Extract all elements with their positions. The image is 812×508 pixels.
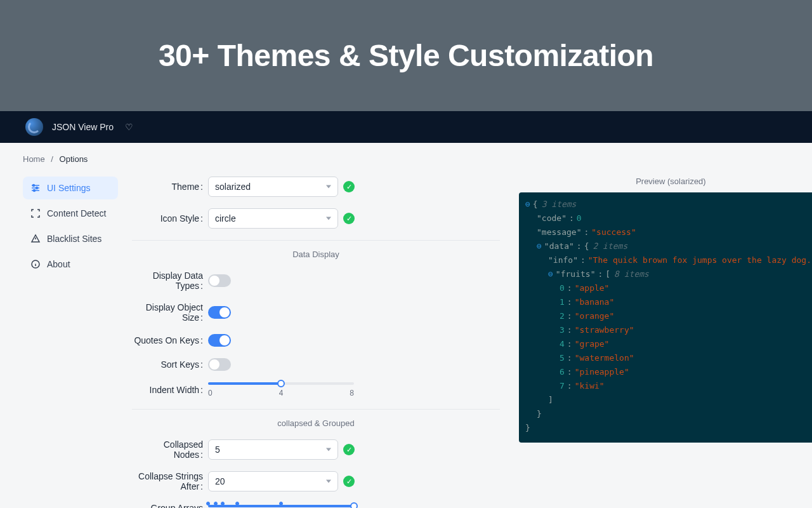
icon-style-select[interactable]: circle [208,208,338,229]
theme-select[interactable]: solarized [208,177,338,197]
check-icon: ✓ [343,181,355,192]
collapse-strings-after-label: Collapse Strings After [132,471,208,491]
sidebar-item-label: Blacklist Sites [47,234,102,244]
sidebar-item-label: Content Detect [47,208,106,218]
group-arrays-after-label: Group Arrays After [132,503,208,508]
collapse-icon[interactable]: ⊖ [525,197,530,211]
check-icon: ✓ [343,444,355,455]
collapsed-nodes-select[interactable]: 5 [208,439,338,460]
breadcrumb-separator: / [51,154,53,164]
check-icon: ✓ [343,476,355,487]
quotes-on-keys-toggle[interactable] [208,334,231,347]
page: Home / Options UI Settings Content Detec… [0,143,812,508]
collapse-icon[interactable]: ⊖ [537,239,542,253]
sidebar-item-blacklist-sites[interactable]: Blacklist Sites [23,227,118,250]
svg-point-2 [34,190,36,192]
preview-panel: Preview (solarized) ⊖{3 items "code":0 "… [519,177,812,508]
collapse-strings-after-select[interactable]: 20 [208,471,338,491]
preview-title: Preview (solarized) [519,177,812,186]
sliders-icon [30,183,41,193]
info-icon [30,259,41,269]
quotes-on-keys-label: Quotes On Keys [132,335,208,345]
favorite-icon[interactable]: ♡ [125,122,133,132]
group-arrays-after-slider[interactable]: 0 5 10 20 50 100 [208,505,354,508]
display-data-types-label: Display Data Types [132,271,208,291]
breadcrumb: Home / Options [23,154,789,164]
icon-style-label: Icon Style [132,213,208,224]
display-data-types-toggle[interactable] [208,274,231,287]
display-object-size-label: Display Object Size [132,302,208,323]
sidebar-item-label: UI Settings [47,183,90,193]
sidebar-item-label: About [47,259,70,269]
sidebar-item-about[interactable]: About [23,253,118,276]
app-brand: JSON View Pro [52,122,114,132]
sidebar: UI Settings Content Detect Blacklist Sit… [23,177,118,508]
navbar: JSON View Pro ♡ [0,111,812,143]
section-collapsed-grouped: collapsed & Grouped [132,409,500,428]
sort-keys-toggle[interactable] [208,358,231,371]
collapse-icon[interactable]: ⊖ [548,267,553,281]
hero-banner: 30+ Themes & Style Customization [0,0,812,111]
theme-label: Theme [132,182,208,192]
collapsed-nodes-label: Collapsed Nodes [132,439,208,460]
indent-width-slider[interactable]: 048 [208,382,354,398]
app-logo-icon [25,118,43,136]
indent-width-label: Indent Width [132,385,208,395]
svg-point-1 [36,187,38,189]
settings-form: Theme solarized ✓ Icon Style circle ✓ Da… [132,177,500,508]
check-icon: ✓ [343,213,355,224]
svg-point-0 [33,185,35,187]
sort-keys-label: Sort Keys [132,359,208,370]
json-preview: ⊖{3 items "code":0 "message":"success" ⊖… [519,192,812,443]
display-object-size-toggle[interactable] [208,306,231,319]
sidebar-item-content-detect[interactable]: Content Detect [23,202,118,225]
hero-title: 30+ Themes & Style Customization [0,38,812,73]
section-data-display: Data Display [132,240,500,259]
warning-icon [30,234,41,244]
sidebar-item-ui-settings[interactable]: UI Settings [23,177,118,199]
breadcrumb-current: Options [60,154,88,164]
breadcrumb-home[interactable]: Home [23,154,45,164]
scan-icon [30,208,41,218]
